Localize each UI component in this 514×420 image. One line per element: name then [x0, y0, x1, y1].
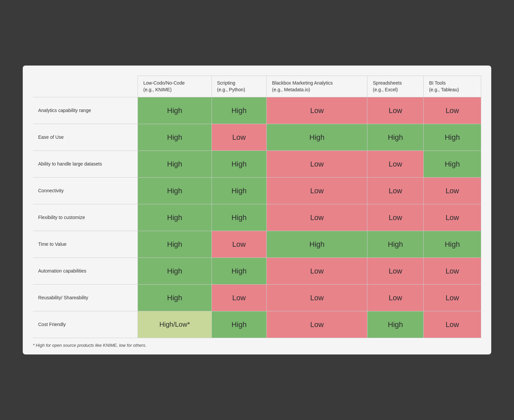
cell-value: Low	[367, 151, 424, 178]
cell-value: High	[367, 231, 424, 258]
cell-value: Low	[211, 231, 267, 258]
cell-value: Low	[267, 258, 367, 285]
table-header-row: Low-Codo/No-Code(e.g., KNIME) Scripting(…	[33, 76, 481, 97]
table-row: Reusability/ ShareabilityHighLowLowLowLo…	[33, 285, 481, 311]
cell-value: Low	[267, 97, 367, 124]
row-label: Analytics capability range	[33, 97, 138, 124]
cell-value: High	[424, 124, 481, 151]
cell-value: Low	[424, 311, 481, 338]
cell-value: High	[424, 151, 481, 178]
comparison-table: Low-Codo/No-Code(e.g., KNIME) Scripting(…	[33, 76, 481, 338]
cell-value: Low	[424, 204, 481, 231]
row-label: Ease of Use	[33, 124, 138, 151]
table-row: Ease of UseHighLowHighHighHigh	[33, 124, 481, 151]
table-row: Flexibility to customizeHighHighLowLowLo…	[33, 204, 481, 231]
cell-value: High	[138, 178, 211, 204]
cell-value: High	[211, 97, 267, 124]
row-label: Cost Friendly	[33, 311, 138, 338]
cell-value: High	[138, 97, 211, 124]
cell-value: High	[267, 124, 367, 151]
row-label: Ability to handle large datasets	[33, 151, 138, 178]
footnote: * High for open source products like KNI…	[33, 343, 481, 348]
table-row: ConnectivityHighHighLowLowLow	[33, 178, 481, 204]
cell-value: High	[138, 204, 211, 231]
cell-value: Low	[424, 178, 481, 204]
cell-value: Low	[424, 285, 481, 311]
table-row: Automation capabilitiesHighHighLowLowLow	[33, 258, 481, 285]
cell-value: High	[211, 311, 267, 338]
cell-value: High/Low*	[138, 311, 211, 338]
cell-value: High	[367, 311, 424, 338]
cell-value: Low	[267, 285, 367, 311]
cell-value: Low	[367, 178, 424, 204]
cell-value: High	[267, 231, 367, 258]
cell-value: High	[138, 151, 211, 178]
header-lowcode: Low-Codo/No-Code(e.g., KNIME)	[138, 76, 211, 97]
cell-value: High	[211, 178, 267, 204]
cell-value: High	[367, 124, 424, 151]
comparison-card: Low-Codo/No-Code(e.g., KNIME) Scripting(…	[23, 66, 491, 354]
header-label-col	[33, 76, 138, 97]
cell-value: High	[211, 258, 267, 285]
cell-value: Low	[367, 97, 424, 124]
cell-value: Low	[424, 97, 481, 124]
cell-value: High	[138, 124, 211, 151]
header-blackbox: Blackbox Marketing Analytics(e.g., Metad…	[267, 76, 367, 97]
row-label: Time to Value	[33, 231, 138, 258]
cell-value: Low	[267, 311, 367, 338]
header-scripting: Scripting(e.g., Python)	[211, 76, 267, 97]
cell-value: Low	[424, 258, 481, 285]
cell-value: High	[424, 231, 481, 258]
table-row: Time to ValueHighLowHighHighHigh	[33, 231, 481, 258]
table-row: Ability to handle large datasetsHighHigh…	[33, 151, 481, 178]
cell-value: High	[211, 204, 267, 231]
cell-value: High	[138, 231, 211, 258]
cell-value: Low	[367, 258, 424, 285]
cell-value: High	[138, 285, 211, 311]
row-label: Automation capabilities	[33, 258, 138, 285]
cell-value: Low	[367, 204, 424, 231]
header-spreadsheets: Spreadsheets(e.g., Excel)	[367, 76, 424, 97]
row-label: Connectivity	[33, 178, 138, 204]
cell-value: Low	[211, 124, 267, 151]
cell-value: Low	[267, 204, 367, 231]
cell-value: Low	[267, 151, 367, 178]
cell-value: High	[138, 258, 211, 285]
table-row: Cost FriendlyHigh/Low*HighLowHighLow	[33, 311, 481, 338]
cell-value: High	[211, 151, 267, 178]
table-row: Analytics capability rangeHighHighLowLow…	[33, 97, 481, 124]
row-label: Flexibility to customize	[33, 204, 138, 231]
cell-value: Low	[367, 285, 424, 311]
row-label: Reusability/ Shareability	[33, 285, 138, 311]
header-bitools: BI Tools(e.g., Tableau)	[424, 76, 481, 97]
cell-value: Low	[267, 178, 367, 204]
cell-value: Low	[211, 285, 267, 311]
